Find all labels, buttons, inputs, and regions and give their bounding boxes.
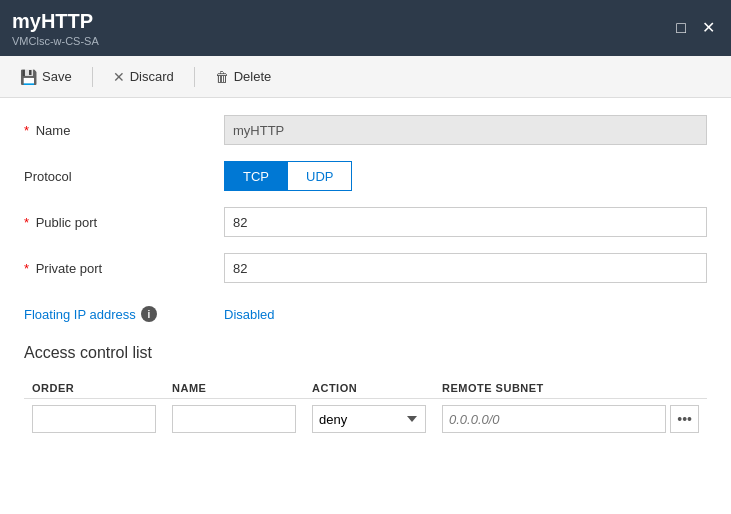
acl-order-cell bbox=[24, 399, 164, 440]
name-label-text: Name bbox=[36, 123, 71, 138]
acl-table-body: deny allow ••• bbox=[24, 399, 707, 440]
private-port-label: * Private port bbox=[24, 261, 224, 276]
app-title-bold: HTTP bbox=[41, 10, 93, 32]
discard-button[interactable]: ✕ Discard bbox=[109, 67, 178, 87]
acl-more-button[interactable]: ••• bbox=[670, 405, 699, 433]
acl-table: ORDER NAME ACTION REMOTE SUBNET deny all… bbox=[24, 378, 707, 439]
toolbar-divider-1 bbox=[92, 67, 93, 87]
discard-icon: ✕ bbox=[113, 69, 125, 85]
close-button[interactable]: ✕ bbox=[698, 18, 719, 38]
private-port-input[interactable] bbox=[224, 253, 707, 283]
public-port-input[interactable] bbox=[224, 207, 707, 237]
private-port-row: * Private port bbox=[24, 252, 707, 284]
public-port-label: * Public port bbox=[24, 215, 224, 230]
acl-name-cell bbox=[164, 399, 304, 440]
public-port-required-star: * bbox=[24, 215, 29, 230]
name-label: * Name bbox=[24, 123, 224, 138]
acl-section-title: Access control list bbox=[24, 344, 707, 362]
delete-label: Delete bbox=[234, 69, 272, 84]
floating-ip-label-text: Floating IP address bbox=[24, 307, 136, 322]
acl-name-input[interactable] bbox=[172, 405, 296, 433]
acl-table-header: ORDER NAME ACTION REMOTE SUBNET bbox=[24, 378, 707, 399]
app-title-prefix: my bbox=[12, 10, 41, 32]
acl-order-input[interactable] bbox=[32, 405, 156, 433]
app-title: myHTTP bbox=[12, 10, 99, 33]
content-area: * Name Protocol TCP UDP * Public port * … bbox=[0, 98, 731, 514]
name-required-star: * bbox=[24, 123, 29, 138]
name-row: * Name bbox=[24, 114, 707, 146]
protocol-group: TCP UDP bbox=[224, 161, 352, 191]
acl-remote-subnet-input[interactable] bbox=[442, 405, 666, 433]
name-input[interactable] bbox=[224, 115, 707, 145]
discard-label: Discard bbox=[130, 69, 174, 84]
public-port-row: * Public port bbox=[24, 206, 707, 238]
udp-button[interactable]: UDP bbox=[287, 161, 352, 191]
private-port-label-text: Private port bbox=[36, 261, 102, 276]
acl-remote-subnet-cell: ••• bbox=[434, 399, 707, 440]
title-bar-left: myHTTP VMClsc-w-CS-SA bbox=[12, 10, 99, 47]
delete-button[interactable]: 🗑 Delete bbox=[211, 67, 276, 87]
floating-ip-label: Floating IP address i bbox=[24, 306, 224, 322]
acl-header-row: ORDER NAME ACTION REMOTE SUBNET bbox=[24, 378, 707, 399]
tcp-button[interactable]: TCP bbox=[224, 161, 287, 191]
acl-col-remote-subnet: REMOTE SUBNET bbox=[434, 378, 707, 399]
acl-action-select[interactable]: deny allow bbox=[312, 405, 426, 433]
floating-ip-value: Disabled bbox=[224, 307, 275, 322]
protocol-label: Protocol bbox=[24, 169, 224, 184]
toolbar: 💾 Save ✕ Discard 🗑 Delete bbox=[0, 56, 731, 98]
acl-remote-wrap: ••• bbox=[442, 405, 699, 433]
private-port-required-star: * bbox=[24, 261, 29, 276]
save-label: Save bbox=[42, 69, 72, 84]
app-subtitle: VMClsc-w-CS-SA bbox=[12, 35, 99, 47]
acl-col-name: NAME bbox=[164, 378, 304, 399]
title-bar-controls: □ ✕ bbox=[672, 18, 719, 38]
minimize-button[interactable]: □ bbox=[672, 18, 690, 38]
floating-ip-info-icon[interactable]: i bbox=[141, 306, 157, 322]
protocol-row: Protocol TCP UDP bbox=[24, 160, 707, 192]
acl-action-cell: deny allow bbox=[304, 399, 434, 440]
public-port-label-text: Public port bbox=[36, 215, 97, 230]
table-row: deny allow ••• bbox=[24, 399, 707, 440]
save-icon: 💾 bbox=[20, 69, 37, 85]
delete-icon: 🗑 bbox=[215, 69, 229, 85]
acl-col-order: ORDER bbox=[24, 378, 164, 399]
toolbar-divider-2 bbox=[194, 67, 195, 87]
floating-ip-row: Floating IP address i Disabled bbox=[24, 298, 707, 330]
acl-col-action: ACTION bbox=[304, 378, 434, 399]
save-button[interactable]: 💾 Save bbox=[16, 67, 76, 87]
title-bar: myHTTP VMClsc-w-CS-SA □ ✕ bbox=[0, 0, 731, 56]
